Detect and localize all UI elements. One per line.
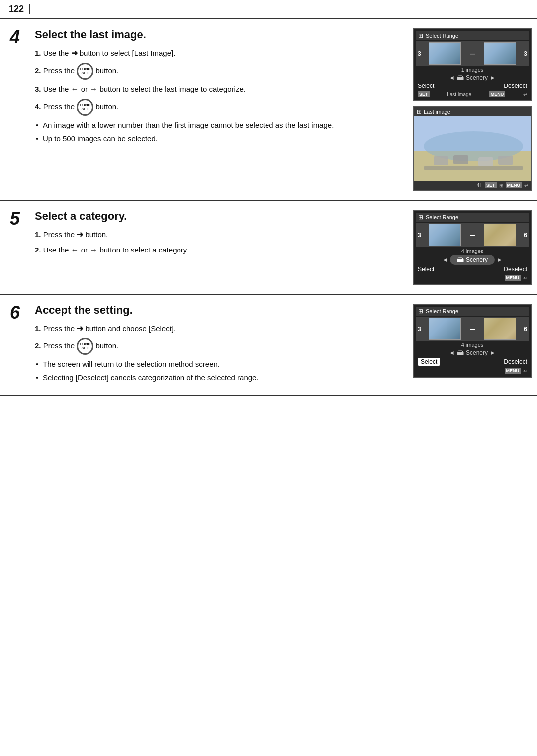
- section-5-number: 5: [0, 210, 30, 285]
- image-thumb-5: [429, 318, 461, 340]
- category-name-2: Scenery: [466, 256, 488, 263]
- dash-1: –: [468, 48, 476, 59]
- cat-arrow-right-2: ►: [497, 256, 503, 263]
- section-6-content: Accept the setting. 1. Press the ➜ butto…: [30, 304, 403, 386]
- return-icon-1: ↩: [523, 92, 527, 97]
- return-icon-4: ↩: [523, 368, 527, 374]
- screen-last-image: ⊞ Last image: [413, 106, 532, 191]
- image-strip-2: 3 – 6: [416, 223, 529, 247]
- section-4-bullets: An image with a lower number than the fi…: [35, 120, 398, 144]
- num-left-2: 3: [418, 232, 421, 239]
- screen-title-3: Select Range: [426, 214, 458, 220]
- set-tag-2: SET: [485, 182, 497, 188]
- deselect-btn-1: Deselect: [504, 83, 527, 89]
- section-4: 4 Select the last image. 1. Use the ➜ bu…: [0, 19, 537, 201]
- menu-tag-4: MENU: [505, 368, 521, 374]
- page-number: 122: [0, 0, 537, 19]
- bottom-bar-2: 4L SET ⊞ MENU ↩: [414, 181, 531, 190]
- image-thumb-1: [429, 42, 461, 65]
- images-count-3: 4 images: [416, 342, 529, 348]
- right-arrow-icon-3: →: [90, 246, 97, 254]
- bottom-bar-1: SET Last image MENU ↩: [416, 90, 529, 98]
- category-name-3: Scenery: [466, 349, 488, 356]
- screen-title-2: Last image: [424, 109, 450, 115]
- down-arrow-icon-2: ➜: [77, 324, 83, 333]
- category-row-2: ◄ 🏔 Scenery ►: [416, 255, 529, 265]
- bullet-4-1: An image with a lower number than the fi…: [35, 120, 398, 131]
- screen-title-bar-2: ⊞ Last image: [414, 107, 531, 116]
- svg-rect-5: [478, 157, 493, 166]
- scenery-image-6: [484, 318, 516, 340]
- left-arrow-icon-2: ←: [71, 246, 79, 254]
- step-5-2: 2. Use the ← or → button to select a cat…: [35, 244, 398, 255]
- screen-title-4: Select Range: [426, 308, 458, 314]
- step-4-2: 2. Press the FUNC SET button.: [35, 63, 398, 80]
- screen-title-bar-4: ⊞ Select Range: [416, 307, 529, 316]
- bullet-4-2: Up to 500 images can be selected.: [35, 133, 398, 144]
- func-set-button-2: FUNC SET: [77, 99, 93, 116]
- section-5: 5 Select a category. 1. Press the ➜ butt…: [0, 201, 537, 295]
- section-4-screenshots: ⊞ Select Range 3 – 3 1 images ◄: [403, 28, 532, 191]
- left-arrow-icon: ←: [71, 85, 79, 93]
- menu-tag-1: MENU: [489, 91, 506, 97]
- scenery-image-2: [484, 42, 516, 65]
- screen-select-range-1: ⊞ Select Range 3 – 3 1 images ◄: [413, 28, 532, 101]
- cat-arrow-right-3: ►: [490, 349, 496, 356]
- image-thumb-3: [429, 224, 461, 246]
- section-5-steps: 1. Press the ➜ button. 2. Use the ← or →…: [35, 229, 398, 255]
- category-row-1: ◄ 🏔 Scenery ►: [416, 74, 529, 82]
- image-thumb-2: [484, 42, 516, 65]
- category-row-3: ◄ 🏔 Scenery ►: [416, 349, 529, 357]
- image-strip-3: 3 – 6: [416, 317, 529, 341]
- right-arrow-icon: ➜: [71, 49, 78, 57]
- scenery-image-1: [429, 42, 460, 65]
- return-icon-3: ↩: [523, 275, 527, 281]
- last-image-label-1: Last image: [447, 92, 471, 97]
- step-6-1: 1. Press the ➜ button and choose [Select…: [35, 323, 398, 334]
- screen-select-range-2: ⊞ Select Range 3 – 6 4 images ◄: [413, 210, 532, 285]
- size-label: 4L: [477, 183, 482, 188]
- num-left-1: 3: [418, 50, 421, 57]
- category-name-1: Scenery: [466, 74, 488, 81]
- bullet-6-1: The screen will return to the selection …: [35, 359, 398, 370]
- section-6-steps: 1. Press the ➜ button and choose [Select…: [35, 323, 398, 355]
- dash-2: –: [468, 230, 476, 240]
- func-set-button-3: FUNC SET: [77, 338, 93, 355]
- category-icon-1: 🏔: [457, 74, 464, 82]
- grid-icon-3: ⊞: [499, 183, 503, 188]
- num-right-2: 6: [524, 232, 527, 239]
- section-5-content: Select a category. 1. Press the ➜ button…: [30, 210, 403, 285]
- scenery-image-4: [484, 224, 516, 246]
- svg-rect-6: [498, 156, 513, 165]
- beach-svg: [414, 116, 531, 181]
- beach-image: [414, 116, 531, 181]
- num-right-3: 6: [524, 326, 527, 333]
- return-icon-2: ↩: [524, 183, 528, 188]
- bottom-bar-4: MENU ↩: [416, 367, 529, 375]
- grid-icon-2: ⊞: [417, 108, 422, 115]
- action-row-2: Select Deselect: [416, 266, 529, 273]
- screen-select-range-3: ⊞ Select Range 3 – 6 4 images ◄: [413, 304, 532, 378]
- category-highlight: 🏔 Scenery: [450, 255, 495, 265]
- select-btn-1: Select: [418, 83, 434, 89]
- screen-title-1: Select Range: [426, 33, 458, 39]
- scenery-image-3: [429, 224, 460, 246]
- menu-tag-3: MENU: [505, 275, 521, 281]
- cat-arrow-left-1: ◄: [449, 74, 455, 81]
- cat-arrow-left-3: ◄: [449, 349, 455, 356]
- category-icon-2: 🏔: [457, 256, 464, 264]
- select-btn-3: Select: [418, 358, 440, 366]
- select-btn-2: Select: [418, 266, 434, 273]
- svg-rect-3: [434, 156, 448, 165]
- section-6-title: Accept the setting.: [35, 304, 398, 317]
- cat-arrow-right-1: ►: [490, 74, 496, 81]
- section-4-number: 4: [0, 28, 30, 191]
- cat-arrow-left-2: ◄: [442, 256, 448, 263]
- bottom-bar-3: MENU ↩: [416, 274, 529, 282]
- section-6-screenshots: ⊞ Select Range 3 – 6 4 images ◄: [403, 304, 532, 386]
- action-row-1: Select Deselect: [416, 83, 529, 89]
- deselect-btn-2: Deselect: [504, 266, 527, 273]
- down-arrow-icon: ➜: [77, 230, 83, 239]
- func-set-button: FUNC SET: [77, 63, 93, 80]
- images-count-1: 1 images: [416, 67, 529, 73]
